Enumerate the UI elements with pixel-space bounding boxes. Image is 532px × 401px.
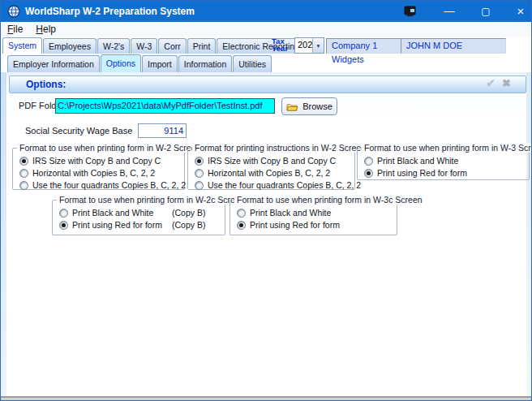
group-title: Format for printing instructions in W-2 …: [192, 143, 368, 153]
wage-base-label: Social Security Wage Base: [25, 126, 132, 136]
left-edge-strip: [1, 72, 6, 396]
radio-icon[interactable]: [195, 157, 204, 166]
radio-icon[interactable]: [19, 181, 28, 190]
group-w2c-form-format: Format to use when printing form in W-2c…: [52, 200, 225, 235]
radio-label-suffix: (Copy B): [172, 220, 205, 230]
radio-option[interactable]: IRS Size with Copy B and Copy C: [19, 156, 184, 166]
wage-base-input[interactable]: 9114: [138, 123, 187, 138]
radio-label-suffix: (Copy B): [172, 208, 205, 218]
folder-open-icon: [286, 102, 298, 111]
group-w3c-form-format: Format to use when printing form in W-3c…: [230, 200, 397, 235]
app-globe-icon: [7, 5, 20, 18]
tab-corr[interactable]: Corr: [158, 38, 186, 54]
menu-help[interactable]: Help: [29, 22, 62, 37]
tab-print[interactable]: Print: [187, 38, 217, 54]
tab-options[interactable]: Options: [101, 54, 141, 72]
tab-w2s[interactable]: W-2's: [97, 38, 130, 54]
right-edge-strip: [526, 72, 531, 396]
browse-button-label: Browse: [302, 101, 332, 111]
application-window: WorldSharp W-2 Preparation System — ▢ × …: [0, 0, 532, 401]
group-title: Format to use when printing form in W-3c…: [234, 195, 425, 205]
radio-option[interactable]: Horizontal with Copies B, C, 2, 2: [195, 168, 354, 178]
chevron-down-icon[interactable]: ▼: [312, 38, 324, 53]
group-title: Format to use when printing form in W-3 …: [362, 143, 532, 153]
radio-label: Print Black and White: [250, 208, 331, 218]
page-title: Options:: [26, 76, 66, 93]
tab-w3[interactable]: W-3: [131, 38, 157, 54]
group-title: Format to use when printing form in W-2 …: [17, 143, 203, 153]
radio-icon[interactable]: [19, 169, 28, 178]
radio-label: Print using Red for form: [377, 168, 467, 178]
radio-option[interactable]: Print Black and White: [237, 208, 397, 218]
menu-bar: File Help: [1, 22, 531, 37]
sub-tab-strip: Employer Information Options Import Info…: [7, 54, 272, 72]
radio-label: IRS Size with Copy B and Copy C: [32, 156, 161, 166]
radio-option[interactable]: Use the four quadrants Copies B, C, 2, 2: [19, 180, 184, 190]
options-panel: Options: ✔ ✖ PDF Folder C:\Projects\Wps2…: [1, 72, 531, 396]
close-button[interactable]: ×: [508, 1, 532, 22]
radio-icon[interactable]: [364, 157, 373, 166]
group-w2-instructions-format: Format for printing instructions in W-2 …: [187, 148, 355, 190]
radio-label: Print using Red for form: [250, 220, 340, 230]
radio-icon[interactable]: [59, 221, 68, 230]
radio-icon[interactable]: [195, 181, 204, 190]
tab-utilities[interactable]: Utilities: [233, 55, 272, 72]
radio-icon[interactable]: [237, 209, 246, 218]
window-bottom-edge: [1, 396, 531, 400]
company-display: Company 1 Widgets: [326, 38, 401, 54]
radio-label: Horizontal with Copies B, C, 2, 2: [32, 168, 155, 178]
radio-icon[interactable]: [19, 157, 28, 166]
radio-icon[interactable]: [364, 169, 373, 178]
radio-option[interactable]: Print using Red for form: [237, 220, 397, 230]
radio-label: Print using Red for form: [72, 220, 168, 230]
radio-icon[interactable]: [59, 209, 68, 218]
window-title: WorldSharp W-2 Preparation System: [25, 1, 195, 22]
radio-option[interactable]: IRS Size with Copy B and Copy C: [195, 156, 354, 166]
menu-file[interactable]: File: [1, 22, 29, 37]
tab-system[interactable]: System: [2, 37, 42, 54]
options-header-bar: Options: ✔ ✖: [9, 75, 526, 93]
radio-option[interactable]: Horizontal with Copies B, C, 2, 2: [19, 168, 184, 178]
pdf-folder-input[interactable]: C:\Projects\Wps2021\data\MyPdfFolder\Tes…: [55, 98, 275, 114]
menu-help-key: H: [36, 24, 43, 35]
radio-option[interactable]: Print using Red for form: [364, 168, 529, 178]
confirm-check-icon[interactable]: ✔: [487, 77, 496, 89]
radio-option[interactable]: Print Black and White: [364, 156, 529, 166]
group-title: Format to use when printing form in W-2c…: [57, 195, 247, 205]
radio-icon[interactable]: [237, 221, 246, 230]
user-display: JOHN M DOE: [401, 38, 506, 54]
minimize-button[interactable]: —: [437, 1, 461, 22]
radio-label: Print Black and White: [377, 156, 458, 166]
radio-label: Print Black and White: [72, 208, 168, 218]
cancel-x-icon[interactable]: ✖: [502, 77, 511, 89]
radio-option[interactable]: Print Black and White (Copy B): [59, 208, 225, 218]
tab-information[interactable]: Information: [178, 55, 233, 72]
tax-year-label: Tax Year: [272, 37, 294, 52]
app-window-icon: [404, 6, 417, 17]
radio-label: Use the four quadrants Copies B, C, 2, 2: [208, 180, 361, 190]
radio-option[interactable]: Use the four quadrants Copies B, C, 2, 2: [195, 180, 354, 190]
tab-import[interactable]: Import: [142, 55, 178, 72]
radio-label: Use the four quadrants Copies B, C, 2, 2: [32, 180, 186, 190]
maximize-button[interactable]: ▢: [474, 1, 498, 22]
menu-help-rest: elp: [43, 24, 56, 35]
browse-button[interactable]: Browse: [281, 97, 337, 115]
tab-employer-information[interactable]: Employer Information: [7, 55, 100, 72]
radio-label: IRS Size with Copy B and Copy C: [208, 156, 336, 166]
radio-label: Horizontal with Copies B, C, 2, 2: [208, 168, 330, 178]
group-w3-form-format: Format to use when printing form in W-3 …: [357, 148, 530, 180]
radio-option[interactable]: Print using Red for form (Copy B): [59, 220, 225, 230]
menu-file-rest: ile: [13, 24, 23, 35]
tax-year-select[interactable]: 2022 ▼: [294, 37, 324, 54]
radio-icon[interactable]: [195, 169, 204, 178]
group-w2-form-format: Format to use when printing form in W-2 …: [12, 148, 185, 190]
main-tab-strip: System Employees W-2's W-3 Corr Print El…: [2, 37, 306, 54]
tab-employees[interactable]: Employees: [43, 38, 97, 54]
title-bar: WorldSharp W-2 Preparation System — ▢ ×: [1, 1, 531, 22]
